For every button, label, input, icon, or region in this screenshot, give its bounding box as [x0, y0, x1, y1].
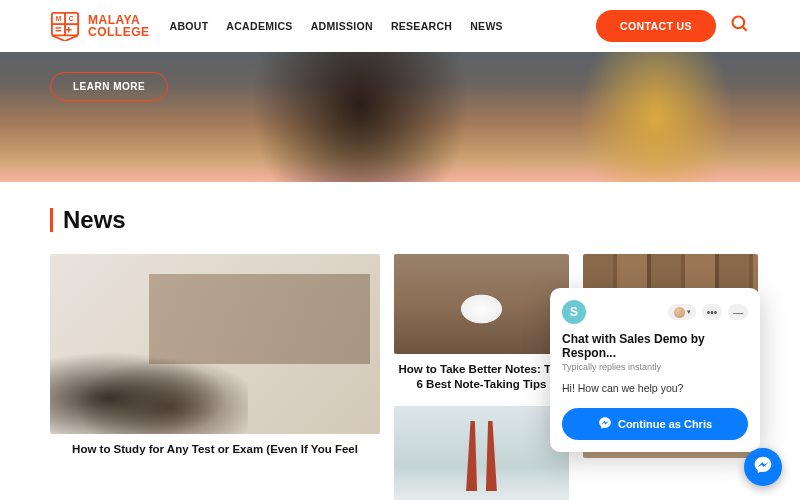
search-icon[interactable]: [730, 14, 750, 38]
hero-banner: LEARN MORE: [0, 52, 800, 182]
shield-logo-icon: MC: [50, 11, 80, 41]
messenger-fab-icon: [753, 455, 773, 479]
nav-academics[interactable]: ACADEMICS: [226, 20, 292, 32]
news-title-notes: How to Take Better Notes: The 6 Best Not…: [394, 362, 569, 392]
chat-subtitle: Typically replies instantly: [562, 362, 748, 372]
chat-widget: S ▾ ••• — Chat with Sales Demo by Respon…: [550, 288, 760, 452]
messenger-icon: [598, 416, 612, 432]
chat-user-dropdown[interactable]: ▾: [668, 304, 696, 320]
chat-avatar: S: [562, 300, 586, 324]
brand-logo[interactable]: MC MALAYA COLLEGE: [50, 11, 150, 41]
learn-more-button[interactable]: LEARN MORE: [50, 72, 168, 101]
nav-about[interactable]: ABOUT: [170, 20, 209, 32]
news-card-bridge[interactable]: [394, 406, 569, 500]
chat-minimize-icon[interactable]: —: [728, 304, 748, 320]
contact-button[interactable]: CONTACT US: [596, 10, 716, 42]
chat-more-icon[interactable]: •••: [702, 304, 722, 320]
news-column-middle: How to Take Better Notes: The 6 Best Not…: [394, 254, 569, 500]
nav-admission[interactable]: ADMISSION: [311, 20, 373, 32]
svg-point-7: [733, 17, 745, 29]
svg-line-8: [743, 27, 747, 31]
nav-news[interactable]: NEWS: [470, 20, 503, 32]
brand-name: MALAYA COLLEGE: [88, 14, 150, 38]
news-title-main: How to Study for Any Test or Exam (Even …: [50, 442, 380, 457]
chat-controls: ▾ ••• —: [668, 304, 748, 320]
messenger-fab[interactable]: [744, 448, 782, 486]
site-header: MC MALAYA COLLEGE ABOUT ACADEMICS ADMISS…: [0, 0, 800, 52]
chat-continue-button[interactable]: Continue as Chris: [562, 408, 748, 440]
chat-button-label: Continue as Chris: [618, 418, 712, 430]
section-title-text: News: [63, 206, 126, 234]
chat-title: Chat with Sales Demo by Respon...: [562, 332, 748, 360]
news-card-main[interactable]: How to Study for Any Test or Exam (Even …: [50, 254, 380, 500]
news-image-bridge: [394, 406, 569, 500]
section-heading: News: [50, 206, 750, 234]
chat-message: Hi! How can we help you?: [562, 382, 748, 394]
nav-research[interactable]: RESEARCH: [391, 20, 452, 32]
brand-line2: COLLEGE: [88, 26, 150, 38]
svg-text:M: M: [56, 15, 62, 22]
news-image-library: [50, 254, 380, 434]
chat-header: S ▾ ••• —: [562, 300, 748, 324]
accent-bar: [50, 208, 53, 232]
news-card-notes[interactable]: How to Take Better Notes: The 6 Best Not…: [394, 254, 569, 392]
svg-text:C: C: [69, 15, 74, 22]
news-image-mug: [394, 254, 569, 354]
primary-nav: ABOUT ACADEMICS ADMISSION RESEARCH NEWS: [170, 20, 503, 32]
